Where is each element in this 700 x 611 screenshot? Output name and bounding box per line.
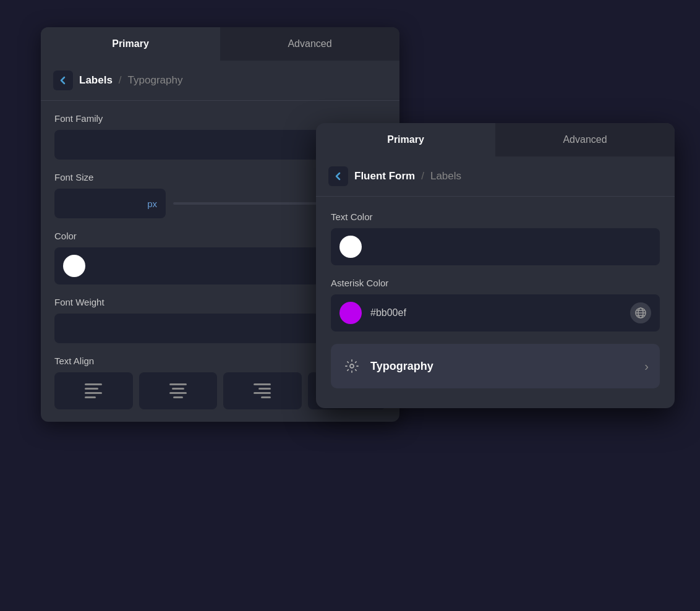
gear-svg [344, 359, 359, 374]
color-swatch-white [63, 255, 85, 277]
typography-chevron-icon: › [644, 359, 649, 374]
asterisk-color-value: #bb00ef [370, 307, 630, 318]
front-panel-tabs: Primary Advanced [316, 123, 675, 156]
back-breadcrumb-sub: Typography [128, 74, 183, 87]
font-size-unit: px [147, 199, 157, 209]
typography-gear-icon [342, 356, 362, 376]
align-center-button[interactable] [139, 372, 218, 409]
font-size-input[interactable]: px [54, 189, 166, 218]
back-tab-primary[interactable]: Primary [41, 27, 220, 61]
align-left-icon [85, 383, 102, 398]
back-chevron-icon [58, 75, 68, 85]
align-right-icon [254, 383, 271, 398]
text-color-swatch [339, 236, 362, 258]
back-breadcrumb-separator: / [119, 74, 122, 87]
text-color-field[interactable] [331, 228, 660, 265]
align-center-icon [169, 383, 187, 398]
align-left-button[interactable] [54, 372, 133, 409]
back-tab-advanced[interactable]: Advanced [220, 27, 399, 61]
back-breadcrumb: Labels / Typography [41, 61, 399, 101]
front-breadcrumb-separator: / [421, 170, 424, 182]
front-breadcrumb: Fluent Form / Labels [316, 156, 675, 197]
font-family-label: Font Family [54, 113, 386, 124]
front-panel: Primary Advanced Fluent Form / Labels Te… [316, 123, 675, 408]
asterisk-color-swatch [339, 302, 362, 324]
typography-label: Typography [370, 360, 644, 373]
svg-point-5 [350, 364, 354, 368]
align-right-button[interactable] [223, 372, 302, 409]
front-breadcrumb-sub: Labels [430, 170, 461, 182]
globe-icon[interactable] [630, 302, 651, 323]
front-back-chevron-icon [333, 171, 343, 181]
front-breadcrumb-back-button[interactable] [328, 166, 348, 186]
asterisk-color-field[interactable]: #bb00ef [331, 294, 660, 331]
front-breadcrumb-main: Fluent Form [354, 170, 415, 182]
front-tab-advanced[interactable]: Advanced [495, 123, 675, 156]
typography-row[interactable]: Typography › [331, 344, 660, 388]
globe-svg [634, 307, 647, 319]
back-breadcrumb-main: Labels [79, 74, 113, 87]
front-panel-content: Text Color Asterisk Color #bb00ef [316, 197, 675, 408]
back-breadcrumb-back-button[interactable] [53, 70, 73, 90]
back-panel-tabs: Primary Advanced [41, 27, 399, 61]
asterisk-color-label: Asterisk Color [331, 278, 660, 288]
front-tab-primary[interactable]: Primary [316, 123, 495, 156]
text-color-label: Text Color [331, 212, 660, 222]
